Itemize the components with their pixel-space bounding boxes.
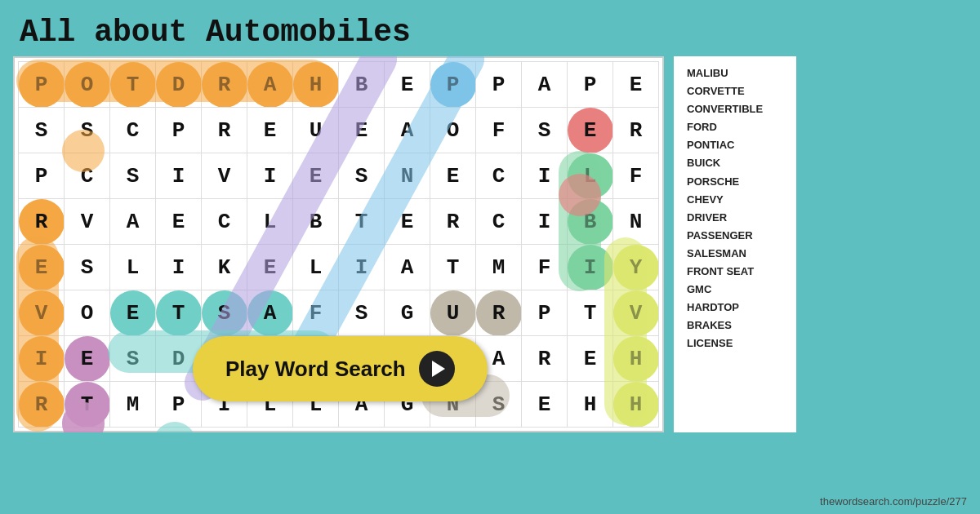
grid-cell: A (522, 62, 568, 108)
grid-cell: Y (613, 245, 659, 290)
page-title: All about Automobiles (0, 0, 980, 56)
grid-cell: I (522, 199, 568, 245)
grid-cell: E (385, 62, 430, 108)
grid-cell: C (65, 153, 110, 199)
grid-cell: H (293, 62, 339, 108)
grid-cell: U (430, 290, 476, 336)
grid-cell: S (522, 108, 568, 153)
word-list: MALIBUCORVETTECONVERTIBLEFORDPONTIACBUIC… (674, 56, 796, 432)
grid-cell: V (202, 153, 247, 199)
grid-cell: T (568, 290, 613, 336)
grid-cell: P (19, 62, 65, 108)
grid-cell: S (476, 382, 522, 428)
grid-cell: M (110, 382, 156, 428)
grid-cell: R (613, 108, 659, 153)
grid-cell: R (19, 199, 65, 245)
grid-cell: F (522, 245, 568, 290)
grid-cell: E (430, 153, 476, 199)
grid-cell: R (476, 290, 522, 336)
grid-cell: R (430, 199, 476, 245)
grid-cell: L (110, 245, 156, 290)
grid-cell: E (613, 62, 659, 108)
grid-cell: P (522, 290, 568, 336)
grid-cell: P (19, 153, 65, 199)
grid-cell: T (156, 290, 202, 336)
grid-cell: V (19, 290, 65, 336)
grid-cell: P (430, 62, 476, 108)
grid-cell: S (339, 153, 385, 199)
grid-cell: P (156, 382, 202, 428)
grid-cell: E (247, 245, 293, 290)
grid-cell: I (339, 245, 385, 290)
grid-cell: S (65, 245, 110, 290)
grid-cell: M (476, 245, 522, 290)
grid-cell: E (522, 382, 568, 428)
grid-cell: V (613, 290, 659, 336)
grid-cell: E (19, 245, 65, 290)
grid-cell: D (156, 62, 202, 108)
grid-cell: C (476, 153, 522, 199)
grid-cell: S (19, 108, 65, 153)
word-list-item: PASSENGER (687, 227, 783, 245)
grid-cell: I (156, 153, 202, 199)
grid-cell: R (522, 336, 568, 382)
grid-cell: E (247, 108, 293, 153)
grid-wrapper: POTDRAHBEPPAPESSCPREUEAOFSERPCSIVIESNECI… (13, 56, 664, 432)
grid-cell: S (110, 153, 156, 199)
grid-cell: A (110, 199, 156, 245)
grid-cell: T (339, 199, 385, 245)
grid-cell: P (476, 62, 522, 108)
grid-cell: U (293, 108, 339, 153)
grid-cell: E (110, 290, 156, 336)
grid-cell: K (202, 245, 247, 290)
grid-cell: T (65, 382, 110, 428)
word-list-item: DRIVER (687, 209, 783, 227)
word-list-item: CONVERTIBLE (687, 100, 783, 118)
grid-cell: H (613, 336, 659, 382)
word-list-item: LICENSE (687, 335, 783, 352)
grid-cell: C (110, 108, 156, 153)
grid-cell: N (385, 153, 430, 199)
grid-cell: L (568, 153, 613, 199)
grid-cell: P (156, 108, 202, 153)
grid-cell: E (339, 108, 385, 153)
grid-cell: A (385, 108, 430, 153)
grid-cell: S (339, 290, 385, 336)
play-word-search-button[interactable]: Play Word Search (193, 336, 488, 401)
word-list-item: CHEVY (687, 191, 783, 209)
grid-cell: A (385, 245, 430, 290)
grid-cell: C (202, 199, 247, 245)
grid-cell: E (65, 336, 110, 382)
grid-cell: I (247, 153, 293, 199)
word-list-item: SALESMAN (687, 245, 783, 263)
grid-cell: I (568, 245, 613, 290)
play-icon (419, 351, 455, 387)
grid-cell: F (613, 153, 659, 199)
word-list-item: MALIBU (687, 64, 783, 82)
grid-cell: T (110, 62, 156, 108)
word-list-item: PORSCHE (687, 173, 783, 191)
grid-cell: L (247, 199, 293, 245)
word-list-item: CORVETTE (687, 82, 783, 100)
word-list-item: HARDTOP (687, 299, 783, 317)
grid-cell: O (430, 108, 476, 153)
grid-cell: R (202, 108, 247, 153)
play-button-label: Play Word Search (225, 357, 406, 382)
grid-cell: T (430, 245, 476, 290)
grid-cell: G (385, 290, 430, 336)
grid-cell: B (293, 199, 339, 245)
grid-cell: O (65, 62, 110, 108)
grid-cell: H (568, 382, 613, 428)
grid-cell: I (156, 245, 202, 290)
grid-cell: E (568, 336, 613, 382)
grid-cell: A (247, 62, 293, 108)
footer-url: thewordsearch.com/puzzle/277 (820, 495, 967, 507)
grid-cell: L (293, 245, 339, 290)
grid-cell: E (156, 199, 202, 245)
word-list-item: FORD (687, 118, 783, 136)
grid-cell: B (568, 199, 613, 245)
grid-cell: S (110, 336, 156, 382)
grid-cell: V (65, 199, 110, 245)
grid-cell: R (19, 382, 65, 428)
grid-cell: B (339, 62, 385, 108)
